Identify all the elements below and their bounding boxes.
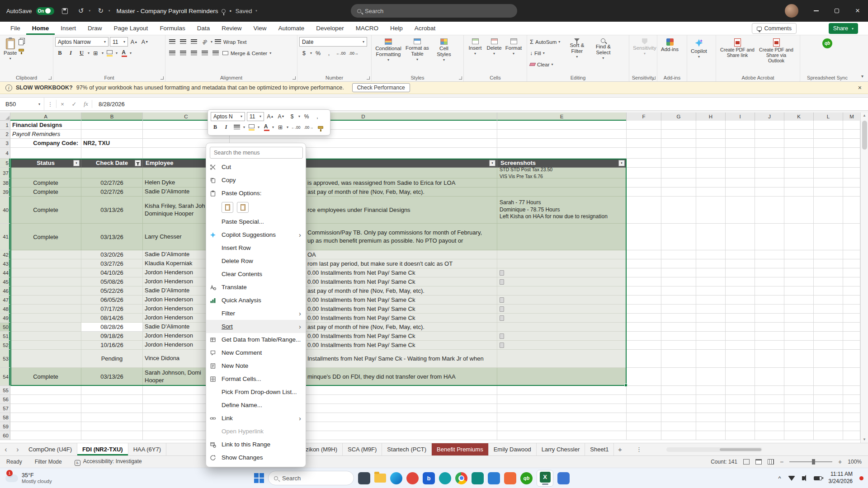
menu-item-show-changes[interactable]: Show Changes <box>206 451 306 464</box>
row-header[interactable]: 52 <box>0 341 10 350</box>
menu-item-define-name[interactable]: Define Name... <box>206 399 306 412</box>
tab-view[interactable]: View <box>247 22 272 35</box>
row-header-active[interactable]: 50 <box>0 323 10 332</box>
sheet-tab[interactable]: Larry Chessler <box>537 443 585 455</box>
format-as-table-button[interactable]: Format as Table▾ <box>403 37 431 63</box>
horizontal-scrollbar[interactable] <box>666 447 762 452</box>
font-dialog-launcher[interactable] <box>160 76 164 80</box>
cell[interactable]: Payroll Reminders <box>10 130 81 139</box>
wifi-icon[interactable] <box>788 476 795 481</box>
column-header-I[interactable]: I <box>726 113 755 121</box>
cell[interactable] <box>497 350 627 368</box>
addins-button[interactable]: Add-ins <box>659 37 680 54</box>
redo-dropdown[interactable]: ▾ <box>108 9 110 13</box>
row-header[interactable]: 47 <box>0 296 10 305</box>
cell[interactable]: 10/16/26 <box>81 341 143 350</box>
cell[interactable] <box>497 323 627 332</box>
active-cell-B50[interactable]: 08/28/26 <box>81 323 143 332</box>
cell[interactable]: Sarah - 77 Hours Dominique - 78.75 Hours… <box>497 197 627 224</box>
paste-button[interactable]: Paste▾ <box>2 37 19 62</box>
cell[interactable]: Complete <box>10 224 81 250</box>
name-box-more-icon[interactable]: ⋮ <box>44 101 56 108</box>
cell[interactable]: STD STD Post Tax 23.50 VIS Vis Pre Tax 6… <box>497 168 627 178</box>
row-header[interactable]: 38 <box>0 178 10 188</box>
vertical-scrollbar-thumb[interactable] <box>862 121 867 150</box>
font-color-button[interactable]: A <box>119 48 128 58</box>
italic-button[interactable]: I <box>66 48 75 58</box>
menu-item-paste-special[interactable]: Paste Special... <box>206 215 306 228</box>
cell[interactable]: 08/14/26 <box>81 314 143 323</box>
tab-review[interactable]: Review <box>216 22 247 35</box>
titlebar-search-input[interactable]: Search <box>351 4 517 18</box>
normal-view-icon[interactable] <box>743 459 750 465</box>
cell[interactable] <box>81 422 143 431</box>
cell[interactable] <box>10 314 81 323</box>
app-red-icon[interactable] <box>406 472 419 484</box>
cell[interactable] <box>10 431 81 440</box>
cell[interactable] <box>497 395 627 404</box>
menu-item-copy[interactable]: Copy <box>206 174 306 187</box>
mini-percent-icon[interactable]: % <box>302 112 311 121</box>
wrap-text-button[interactable]: Wrap Text <box>214 37 247 47</box>
menu-item-link-to-range[interactable]: Link to this Range <box>206 438 306 451</box>
menu-item-translate[interactable]: Translate <box>206 281 306 294</box>
cell[interactable]: 03/27/26 <box>81 259 143 268</box>
task-view-icon[interactable] <box>358 472 370 484</box>
cell[interactable]: 03/13/26 <box>81 224 143 250</box>
undo-dropdown[interactable]: ▾ <box>89 9 90 13</box>
tab-insert[interactable]: Insert <box>55 22 82 35</box>
tab-overflow-icon[interactable]: ⋮ <box>626 443 653 455</box>
document-title[interactable]: Master - Company Payroll Reminders • Sav… <box>116 8 257 14</box>
accounting-format-button[interactable]: $ <box>299 48 309 58</box>
cell[interactable]: 02/27/26 <box>81 188 143 197</box>
number-format-combo[interactable]: Date▾ <box>299 37 367 47</box>
cell[interactable]: 09/18/26 <box>81 332 143 341</box>
cell[interactable] <box>10 250 81 259</box>
start-button[interactable] <box>254 473 264 483</box>
cell[interactable]: NR2, TXU <box>81 139 143 148</box>
tab-page-layout[interactable]: Page Layout <box>108 22 154 35</box>
menu-item-format-cells[interactable]: Format Cells... <box>206 372 306 385</box>
column-header-J[interactable]: J <box>755 113 784 121</box>
notification-center-badge[interactable] <box>859 476 863 480</box>
mini-accounting-icon[interactable]: $ <box>288 112 297 121</box>
spreadsheet-sync-button[interactable]: qb <box>821 37 834 50</box>
format-cells-button[interactable]: Format▾ <box>504 37 524 57</box>
weather-widget[interactable]: 1 35°FMostly cloudy <box>0 472 52 484</box>
mini-increase-decimal-icon[interactable]: ←.00 <box>290 122 301 132</box>
mini-decrease-decimal-icon[interactable]: .00→ <box>303 122 314 132</box>
chrome-icon[interactable] <box>455 472 467 484</box>
column-header-F[interactable]: F <box>627 113 661 121</box>
app-blue-b-icon[interactable]: b <box>423 472 435 484</box>
quickbooks-icon[interactable]: qb <box>520 472 533 484</box>
tab-macro[interactable]: MACRO <box>350 22 384 35</box>
cell[interactable]: 06/05/26 <box>81 296 143 305</box>
cell[interactable] <box>497 121 627 130</box>
cell[interactable] <box>10 286 81 296</box>
cell[interactable] <box>10 386 81 395</box>
tab-automate[interactable]: Automate <box>272 22 310 35</box>
menu-item-quick-analysis[interactable]: Quick Analysis <box>206 294 306 307</box>
cell[interactable] <box>497 386 627 395</box>
mini-align-button[interactable] <box>232 122 241 132</box>
row-header[interactable]: 48 <box>0 305 10 314</box>
column-header-A[interactable]: A <box>10 113 81 121</box>
fill-button[interactable]: ↓Fill▾ <box>529 48 561 58</box>
column-header-G[interactable]: G <box>661 113 696 121</box>
cell[interactable] <box>497 332 627 341</box>
tab-acrobat[interactable]: Acrobat <box>409 22 442 35</box>
tab-draw[interactable]: Draw <box>82 22 108 35</box>
cell[interactable] <box>81 386 143 395</box>
alignment-dialog-launcher[interactable] <box>292 76 296 80</box>
cell[interactable] <box>10 332 81 341</box>
cell[interactable] <box>10 268 81 277</box>
sheet-tab[interactable]: CompOne (U4F) <box>24 443 77 455</box>
insert-function-icon[interactable]: fx <box>80 100 92 108</box>
new-sheet-button[interactable]: + <box>614 443 626 455</box>
menu-item-pick-from-list[interactable]: Pick From Drop-down List... <box>206 385 306 399</box>
cell[interactable] <box>10 404 81 413</box>
column-header-H[interactable]: H <box>696 113 726 121</box>
zoom-slider-knob[interactable] <box>812 459 815 465</box>
cell[interactable] <box>497 296 627 305</box>
cell[interactable] <box>497 305 627 314</box>
